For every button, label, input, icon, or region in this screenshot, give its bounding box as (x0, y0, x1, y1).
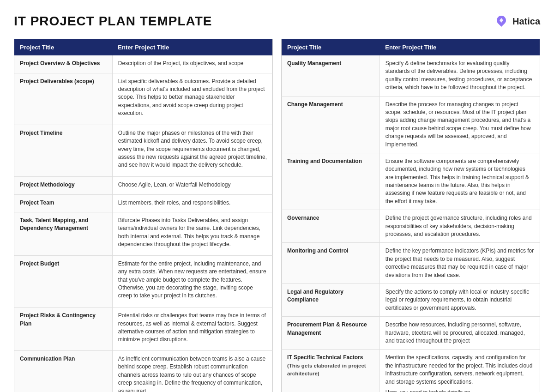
right-table-header-row: Project Title Enter Project Title (282, 39, 540, 56)
table-row: Communication Plan As inefficient commun… (14, 350, 273, 392)
row-description: Potential risks or challenges that teams… (112, 308, 272, 351)
row-description: Estimate for the entire project, includi… (112, 255, 272, 307)
row-description: Description of the Project, its objectiv… (112, 55, 272, 73)
left-table-header-row: Project Title Enter Project Title (14, 39, 273, 56)
row-description: Describe the process for managing change… (379, 96, 540, 153)
row-label: Project Risks & Contingency Plan (14, 308, 113, 351)
table-row: Project Timeline Outline the major phase… (14, 125, 273, 176)
row-description: Mention the specifications, capacity, an… (379, 350, 540, 392)
row-label: Project Budget (14, 255, 113, 307)
left-header-col2: Enter Project Title (112, 39, 272, 56)
table-row: Task, Talent Mapping, and Dependency Man… (14, 212, 273, 256)
row-description: Outline the major phases or milestones o… (112, 125, 272, 176)
logo: Hatica (494, 14, 540, 29)
row-label: Communication Plan (14, 350, 113, 392)
left-table-body: Project Overview & Objectives Descriptio… (14, 55, 273, 392)
table-row: Training and Documentation Ensure the so… (282, 153, 540, 210)
label-note: (This gets elaborated in project archite… (287, 363, 366, 376)
table-row: Project Team List members, their roles, … (14, 194, 273, 212)
table-row: Governance Define the project governance… (282, 210, 540, 243)
row-description: Specify & define benchmarks for evaluati… (379, 55, 540, 96)
row-label: Project Overview & Objectives (14, 55, 113, 73)
right-table: Project Title Enter Project Title Qualit… (281, 39, 540, 392)
hatica-logo-icon (494, 14, 509, 29)
table-row: Quality Management Specify & define benc… (282, 55, 540, 96)
row-label: Project Deliverables (scope) (14, 73, 113, 125)
row-description: List members, their roles, and responsib… (112, 194, 272, 212)
page-title: IT PROJECT PLAN TEMPLATE (14, 14, 212, 29)
row-description: Describe how resources, including person… (379, 317, 540, 350)
row-description: Specify the actions to comply with local… (379, 283, 540, 316)
table-row: Change Management Describe the process f… (282, 96, 540, 153)
row-description: List specific deliverables & outcomes. P… (112, 73, 272, 125)
left-header-col1: Project Title (14, 39, 113, 56)
table-row: IT Specific Technical Factors(This gets … (282, 350, 540, 392)
row-description: Define the project governance structure,… (379, 210, 540, 243)
table-row: Project Methodology Choose Agile, Lean, … (14, 176, 273, 194)
row-label: Project Team (14, 194, 113, 212)
row-description: Ensure the software components are compr… (379, 153, 540, 210)
table-row: Monitoring and Control Define the key pe… (282, 243, 540, 284)
table-row: Project Budget Estimate for the entire p… (14, 255, 273, 307)
table-row: Legal and Regulatory Compliance Specify … (282, 283, 540, 316)
tables-container: Project Title Enter Project Title Projec… (14, 39, 540, 392)
right-header-col2: Enter Project Title (379, 39, 540, 56)
row-description: Choose Agile, Lean, or Waterfall Methodo… (112, 176, 272, 194)
row-label: Task, Talent Mapping, and Dependency Man… (14, 212, 113, 256)
table-row: Procurement Plan & Resource Management D… (282, 317, 540, 350)
page-header: IT PROJECT PLAN TEMPLATE Hatica (14, 14, 540, 29)
row-label: Governance (282, 210, 380, 243)
table-row: Project Deliverables (scope) List specif… (14, 73, 273, 125)
table-row: Project Risks & Contingency Plan Potenti… (14, 308, 273, 351)
table-row: Project Overview & Objectives Descriptio… (14, 55, 273, 73)
right-table-body: Quality Management Specify & define benc… (282, 55, 540, 392)
row-label: IT Specific Technical Factors(This gets … (282, 350, 380, 392)
here-note: Here, you need to include details on- (385, 388, 534, 392)
logo-text: Hatica (512, 16, 540, 27)
left-table: Project Title Enter Project Title Projec… (14, 39, 273, 392)
row-label: Procurement Plan & Resource Management (282, 317, 380, 350)
row-label: Project Methodology (14, 176, 113, 194)
right-header-col1: Project Title (282, 39, 380, 56)
row-label: Monitoring and Control (282, 243, 380, 284)
row-label: Quality Management (282, 55, 380, 96)
row-description: As inefficient communication between tea… (112, 350, 272, 392)
row-label: Change Management (282, 96, 380, 153)
row-label: Project Timeline (14, 125, 113, 176)
row-label: Legal and Regulatory Compliance (282, 283, 380, 316)
row-label: Training and Documentation (282, 153, 380, 210)
row-description: Bifurcate Phases into Tasks Deliverables… (112, 212, 272, 256)
row-description: Define the key performance indicators (K… (379, 243, 540, 284)
